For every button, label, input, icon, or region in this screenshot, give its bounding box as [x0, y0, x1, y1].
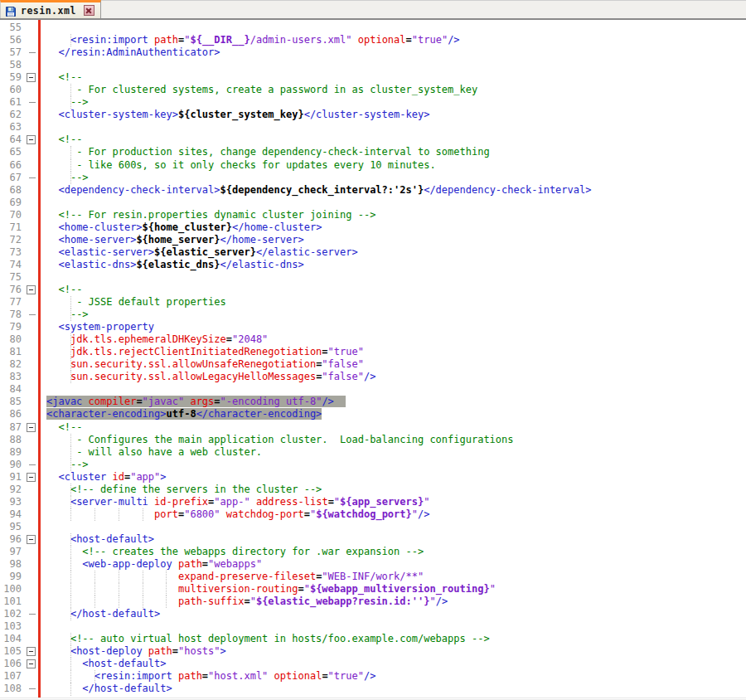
fold-collapse-button[interactable]	[22, 134, 41, 146]
line-number[interactable]: 88	[0, 434, 22, 446]
code-line[interactable]: 75	[0, 271, 746, 284]
code-line[interactable]: 98 <web-app-deploy path="webapps"	[0, 558, 746, 571]
line-number[interactable]: 76	[0, 284, 22, 296]
code-line[interactable]: 103	[0, 620, 746, 633]
line-number[interactable]: 97	[0, 546, 22, 558]
line-number[interactable]: 64	[0, 134, 22, 146]
code-line[interactable]: 62 <cluster-system-key>${cluster_system_…	[0, 109, 746, 121]
line-number[interactable]: 63	[0, 121, 22, 134]
line-number[interactable]: 70	[0, 209, 22, 221]
code-line[interactable]: 106 <host-default>	[0, 658, 746, 670]
line-number[interactable]: 61	[0, 96, 22, 109]
code-line[interactable]: 92 <!-- define the servers in the cluste…	[0, 484, 746, 496]
code-line[interactable]: 97 <!-- creates the webapps directory fo…	[0, 546, 746, 558]
line-number[interactable]: 98	[0, 558, 22, 571]
code-line[interactable]: 94 port="6800" watchdog-port="${watchdog…	[0, 508, 746, 521]
code-line[interactable]: 80 jdk.tls.ephemeralDHKeySize="2048"	[0, 333, 746, 346]
line-number[interactable]: 85	[0, 396, 22, 408]
code-line[interactable]: 100 multiversion-routing="${webapp_multi…	[0, 583, 746, 595]
code-line[interactable]: 67 -->	[0, 172, 746, 184]
fold-collapse-button[interactable]	[22, 533, 41, 546]
line-number[interactable]: 65	[0, 146, 22, 158]
code-line[interactable]: 96 <host-default>	[0, 533, 746, 546]
code-line[interactable]: 66 - like 600s, so it only checks for up…	[0, 159, 746, 172]
code-line[interactable]: 85<javac compiler="javac" args="-encodin…	[0, 396, 746, 408]
code-line[interactable]: 104 <!-- auto virtual host deployment in…	[0, 633, 746, 645]
line-number[interactable]: 80	[0, 333, 22, 346]
line-number[interactable]: 66	[0, 159, 22, 172]
line-number[interactable]: 105	[0, 645, 22, 658]
line-number[interactable]: 102	[0, 608, 22, 620]
fold-collapse-button[interactable]	[22, 71, 41, 84]
line-number[interactable]: 72	[0, 234, 22, 246]
line-number[interactable]: 95	[0, 521, 22, 533]
fold-collapse-button[interactable]	[22, 658, 41, 670]
code-line[interactable]: 107 <resin:import path="host.xml" option…	[0, 670, 746, 683]
line-number[interactable]: 94	[0, 508, 22, 521]
code-line[interactable]: 101 path-suffix="${elastic_webapp?resin.…	[0, 595, 746, 608]
code-line[interactable]: 65 - For production sites, change depend…	[0, 146, 746, 158]
code-line[interactable]: 64 <!--	[0, 134, 746, 146]
line-number[interactable]: 99	[0, 571, 22, 583]
line-number[interactable]: 91	[0, 471, 22, 484]
fold-collapse-button[interactable]	[22, 471, 41, 484]
line-number[interactable]: 89	[0, 446, 22, 459]
tab-close-button[interactable]	[84, 5, 94, 16]
line-number[interactable]: 62	[0, 109, 22, 121]
code-editor[interactable]: 5556 <resin:import path="${__DIR__}/admi…	[0, 20, 746, 698]
code-line[interactable]: 72 <home-server>${home_server}</home-ser…	[0, 234, 746, 246]
line-number[interactable]: 69	[0, 197, 22, 209]
line-number[interactable]: 92	[0, 484, 22, 496]
line-number[interactable]: 86	[0, 408, 22, 420]
code-line[interactable]: 84	[0, 383, 746, 396]
code-line[interactable]: 105 <host-deploy path="hosts">	[0, 645, 746, 658]
code-line[interactable]: 68 <dependency-check-interval>${dependen…	[0, 184, 746, 197]
code-line[interactable]: 99 expand-preserve-fileset="WEB-INF/work…	[0, 571, 746, 583]
code-line[interactable]: 102 </host-default>	[0, 608, 746, 620]
code-line[interactable]: 56 <resin:import path="${__DIR__}/admin-…	[0, 34, 746, 46]
line-number[interactable]: 74	[0, 259, 22, 271]
code-line[interactable]: 57 </resin:AdminAuthenticator>	[0, 46, 746, 59]
line-number[interactable]: 79	[0, 321, 22, 333]
line-number[interactable]: 93	[0, 496, 22, 508]
code-line[interactable]: 61 -->	[0, 96, 746, 109]
code-line[interactable]: 93 <server-multi id-prefix="app-" addres…	[0, 496, 746, 508]
line-number[interactable]: 83	[0, 371, 22, 383]
line-number[interactable]: 107	[0, 670, 22, 683]
tab-resin-xml[interactable]: resin.xml	[0, 0, 101, 18]
code-line[interactable]: 83 sun.security.ssl.allowLegacyHelloMess…	[0, 371, 746, 383]
line-number[interactable]: 82	[0, 358, 22, 371]
line-number[interactable]: 75	[0, 271, 22, 284]
line-number[interactable]: 67	[0, 172, 22, 184]
code-line[interactable]: 81 jdk.tls.rejectClientInitiatedRenegoti…	[0, 346, 746, 358]
code-line[interactable]: 60 - For clustered systems, create a pas…	[0, 84, 746, 96]
line-number[interactable]: 87	[0, 421, 22, 434]
line-number[interactable]: 84	[0, 383, 22, 396]
code-line[interactable]: 77 - JSSE default properties	[0, 296, 746, 309]
line-number[interactable]: 56	[0, 34, 22, 46]
code-line[interactable]: 71 <home-cluster>${home_cluster}</home-c…	[0, 221, 746, 234]
code-line[interactable]: 82 sun.security.ssl.allowUnsafeRenegotia…	[0, 358, 746, 371]
fold-collapse-button[interactable]	[22, 421, 41, 434]
code-line[interactable]: 89 - will also have a web cluster.	[0, 446, 746, 459]
code-line[interactable]: 55	[0, 22, 746, 34]
code-line[interactable]: 95	[0, 521, 746, 533]
fold-collapse-button[interactable]	[22, 645, 41, 658]
line-number[interactable]: 71	[0, 221, 22, 234]
line-number[interactable]: 78	[0, 309, 22, 321]
code-line[interactable]: 87 <!--	[0, 421, 746, 434]
line-number[interactable]: 104	[0, 633, 22, 645]
line-number[interactable]: 106	[0, 658, 22, 670]
line-number[interactable]: 81	[0, 346, 22, 358]
code-line[interactable]: 73 <elastic-server>${elastic_server}</el…	[0, 246, 746, 259]
code-line[interactable]: 108 </host-default>	[0, 683, 746, 695]
line-number[interactable]: 73	[0, 246, 22, 259]
code-line[interactable]: 63	[0, 121, 746, 134]
code-line[interactable]: 70 <!-- For resin.properties dynamic clu…	[0, 209, 746, 221]
code-line[interactable]: 76 <!--	[0, 284, 746, 296]
code-line[interactable]: 91 <cluster id="app">	[0, 471, 746, 484]
line-number[interactable]: 108	[0, 683, 22, 695]
code-line[interactable]: 58	[0, 59, 746, 71]
code-line[interactable]: 79 <system-property	[0, 321, 746, 333]
line-number[interactable]: 59	[0, 71, 22, 84]
